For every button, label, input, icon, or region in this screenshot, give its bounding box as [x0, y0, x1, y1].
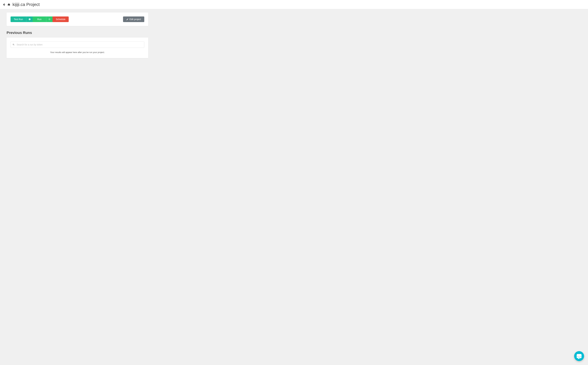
main-content: Test Run Run: [0, 9, 588, 62]
svg-point-2: [49, 19, 50, 20]
previous-runs-card: Your results will appear here after you'…: [7, 38, 148, 58]
toolbar: Test Run Run: [11, 16, 144, 22]
back-arrow-icon[interactable]: [3, 3, 5, 6]
gear-icon: [28, 18, 31, 21]
schedule-button[interactable]: Schedule: [53, 16, 69, 22]
svg-point-1: [29, 19, 30, 20]
test-run-button[interactable]: Test Run: [11, 16, 26, 22]
run-button[interactable]: Run: [33, 16, 46, 22]
edit-project-button[interactable]: Edit project: [123, 16, 144, 22]
search-input[interactable]: [11, 42, 144, 48]
home-icon[interactable]: [7, 3, 11, 6]
pencil-icon: [126, 18, 128, 21]
search-wrapper: [11, 42, 144, 48]
run-settings-button[interactable]: [46, 16, 53, 22]
page-header: kijiji.ca Project: [0, 0, 588, 9]
actions-card: Test Run Run: [7, 13, 148, 26]
empty-results-message: Your results will appear here after you'…: [11, 50, 144, 54]
test-run-settings-button[interactable]: [26, 16, 33, 22]
run-button-group: Test Run Run: [11, 16, 69, 22]
edit-project-label: Edit project: [129, 18, 141, 21]
page-title: kijiji.ca Project: [13, 2, 40, 7]
previous-runs-heading: Previous Runs: [7, 31, 148, 35]
gear-icon: [48, 18, 50, 21]
